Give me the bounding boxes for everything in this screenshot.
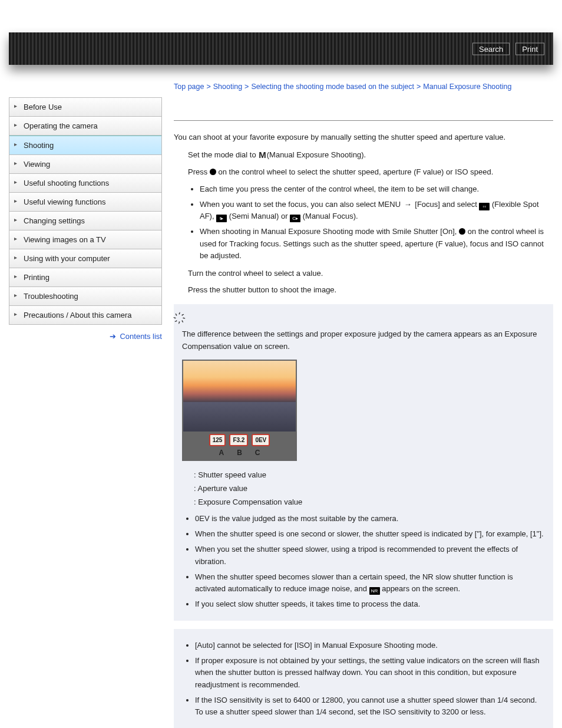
menu-arrow-icon: → bbox=[403, 199, 413, 210]
flexible-spot-icon: ▫▫ bbox=[479, 203, 490, 210]
def-c: : Exposure Compensation value bbox=[194, 496, 545, 508]
tip-bullet-4: When the shutter speed becomes slower th… bbox=[195, 571, 545, 595]
center-button-icon bbox=[210, 169, 216, 175]
sample-image: 125 F3.2 0EV A B C bbox=[182, 360, 297, 461]
print-button[interactable]: Print bbox=[515, 42, 544, 55]
sub-item-2: When you want to set the focus, you can … bbox=[200, 199, 553, 223]
tip4-b: appears on the screen. bbox=[380, 584, 461, 593]
nav-list: Before Use Operating the camera Shooting… bbox=[9, 97, 162, 325]
label-a: A bbox=[219, 447, 224, 459]
note-box: [Auto] cannot be selected for [ISO] in M… bbox=[174, 629, 553, 728]
note-bullet-2: If proper exposure is not obtained by yo… bbox=[195, 655, 545, 690]
nav-item-viewing-tv[interactable]: Viewing images on a TV bbox=[9, 230, 161, 249]
sidebar: Before Use Operating the camera Shooting… bbox=[9, 97, 162, 728]
tip-bullet-1: 0EV is the value judged as the most suit… bbox=[195, 513, 545, 525]
nav-item-useful-shooting[interactable]: Useful shooting functions bbox=[9, 174, 161, 193]
tip-bullet-2: When the shutter speed is one second or … bbox=[195, 528, 545, 540]
breadcrumb: Top page>Shooting>Selecting the shooting… bbox=[174, 83, 553, 91]
nav-item-precautions[interactable]: Precautions / About this camera bbox=[9, 306, 161, 325]
sub-item-3: When shooting in Manual Exposure Shootin… bbox=[200, 226, 553, 261]
nav-item-computer[interactable]: Using with your computer bbox=[9, 249, 161, 268]
step-2: Press on the control wheel to select the… bbox=[188, 166, 553, 178]
crumb-current[interactable]: Manual Exposure Shooting bbox=[423, 83, 511, 91]
step2-sublist: Each time you press the center of the co… bbox=[189, 183, 553, 262]
contents-list-link[interactable]: Contents list bbox=[120, 332, 162, 341]
tip-box: ҉ The difference between the settings an… bbox=[174, 304, 553, 621]
tip4-a: When the shutter speed becomes slower th… bbox=[195, 572, 513, 593]
sub2-e: (Manual Focus). bbox=[303, 212, 358, 220]
sub2-b: [Focus] and select bbox=[413, 200, 480, 209]
nav-item-printing[interactable]: Printing bbox=[9, 268, 161, 287]
sub2-d: (Semi Manual) or bbox=[229, 212, 290, 220]
sub-item-1: Each time you press the center of the co… bbox=[200, 183, 553, 195]
header-bar: Search Print bbox=[9, 32, 553, 65]
nav-item-operating[interactable]: Operating the camera bbox=[9, 117, 161, 136]
note-bullet-1: [Auto] cannot be selected for [ISO] in M… bbox=[195, 640, 545, 651]
mode-m-icon: M bbox=[258, 148, 267, 162]
step2-post: on the control wheel to select the shutt… bbox=[216, 167, 493, 176]
tip-bullets: 0EV is the value judged as the most suit… bbox=[184, 513, 545, 610]
nav-item-useful-viewing[interactable]: Useful viewing functions bbox=[9, 193, 161, 212]
nav-item-troubleshooting[interactable]: Troubleshooting bbox=[9, 287, 161, 306]
def-b: : Aperture value bbox=[194, 483, 545, 495]
tip-bullet-3: When you set the shutter speed slower, u… bbox=[195, 543, 545, 567]
semi-manual-icon: t▸ bbox=[216, 215, 227, 222]
badge-shutter: 125 bbox=[209, 434, 226, 447]
step-1: Set the mode dial to M(Manual Exposure S… bbox=[188, 148, 553, 162]
intro-text: You can shoot at your favorite exposure … bbox=[174, 131, 553, 143]
nav-item-shooting[interactable]: Shooting bbox=[9, 136, 161, 155]
step-3: Turn the control wheel to select a value… bbox=[188, 268, 553, 279]
sub3-a: When shooting in Manual Exposure Shootin… bbox=[200, 227, 459, 236]
nav-item-before-use[interactable]: Before Use bbox=[9, 98, 161, 117]
center-button-icon-2 bbox=[459, 228, 465, 235]
step1-pre: Set the mode dial to bbox=[188, 150, 258, 159]
divider bbox=[174, 120, 553, 121]
step1-post: (Manual Exposure Shooting). bbox=[267, 150, 366, 159]
tip-intro: The difference between the settings and … bbox=[182, 328, 545, 352]
nav-item-changing-settings[interactable]: Changing settings bbox=[9, 212, 161, 230]
crumb-shooting[interactable]: Shooting bbox=[213, 83, 242, 91]
note-bullets: [Auto] cannot be selected for [ISO] in M… bbox=[184, 640, 545, 718]
sub2-a: When you want to set the focus, you can … bbox=[200, 200, 403, 209]
badge-aperture: F3.2 bbox=[229, 434, 248, 447]
search-button[interactable]: Search bbox=[472, 42, 510, 55]
definition-list: : Shutter speed value : Aperture value :… bbox=[194, 469, 545, 508]
tip-bullet-5: If you select slow shutter speeds, it ta… bbox=[195, 598, 545, 610]
label-c: C bbox=[255, 447, 260, 459]
nr-icon: NR bbox=[369, 587, 380, 595]
def-a: : Shutter speed value bbox=[194, 469, 545, 481]
crumb-mode[interactable]: Selecting the shooting mode based on the… bbox=[251, 83, 414, 91]
manual-focus-icon: C▸ bbox=[290, 215, 300, 222]
crumb-top[interactable]: Top page bbox=[174, 83, 204, 91]
note-bullet-3: If the ISO sensitivity is set to 6400 or… bbox=[195, 694, 545, 718]
label-b: B bbox=[237, 447, 242, 459]
hint-icon: ҉ bbox=[182, 311, 545, 325]
arrow-right-icon: ➔ bbox=[110, 332, 116, 341]
nav-item-viewing[interactable]: Viewing bbox=[9, 155, 161, 174]
step2-pre: Press bbox=[188, 167, 210, 176]
badge-ev: 0EV bbox=[252, 434, 270, 447]
main-content: Top page>Shooting>Selecting the shooting… bbox=[174, 83, 553, 728]
step-4: Press the shutter button to shoot the im… bbox=[188, 284, 553, 296]
contents-list-row: ➔Contents list bbox=[9, 332, 162, 341]
